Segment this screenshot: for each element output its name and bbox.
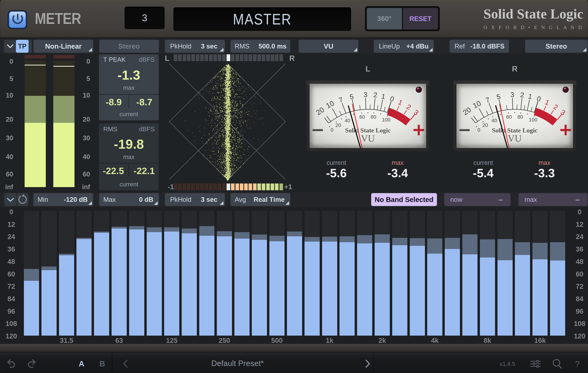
svg-text:60: 60 [506, 114, 512, 120]
svg-text:2: 2 [520, 91, 525, 99]
svg-text:2: 2 [373, 91, 378, 99]
svg-text:60: 60 [359, 114, 365, 120]
svg-text:0: 0 [477, 127, 480, 133]
svg-text:40: 40 [345, 117, 350, 123]
svg-text:100: 100 [382, 117, 390, 123]
svg-text:3: 3 [363, 91, 368, 99]
svg-text:20: 20 [482, 122, 488, 128]
svg-text:Solid State Logic: Solid State Logic [345, 127, 390, 134]
svg-text:80: 80 [371, 114, 376, 120]
svg-text:VU: VU [508, 133, 522, 144]
svg-text:20: 20 [336, 122, 341, 128]
svg-text:40: 40 [492, 117, 497, 123]
svg-text:80: 80 [517, 114, 523, 120]
svg-text:3: 3 [510, 91, 514, 99]
svg-text:Solid State Logic: Solid State Logic [492, 127, 537, 134]
svg-text:0: 0 [331, 127, 334, 133]
svg-text:100: 100 [529, 117, 537, 123]
svg-text:VU: VU [361, 133, 375, 144]
